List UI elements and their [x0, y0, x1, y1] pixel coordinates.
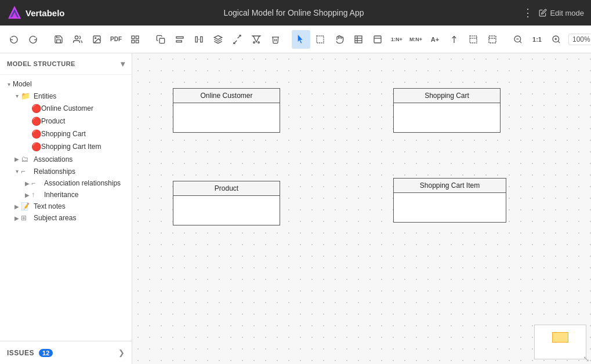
entity-product-label: Product	[215, 184, 238, 192]
svg-rect-10	[159, 38, 165, 43]
table-tool[interactable]	[349, 30, 368, 49]
tree-assoc-rel[interactable]: ▶ ⌐ Association relationships	[19, 177, 132, 189]
assoc-rel-icon: ⌐	[31, 179, 42, 187]
history-tools	[5, 30, 42, 49]
zoom-area: 100% ▾	[568, 34, 591, 45]
sidebar-item-online-customer[interactable]: 🔴 Online Customer	[19, 102, 132, 115]
select-all-tool[interactable]	[464, 30, 483, 49]
zoom-fit-button[interactable]: 1:1	[528, 30, 546, 49]
resize-handle[interactable]: ⤡	[583, 355, 590, 363]
svg-rect-9	[136, 40, 139, 43]
cut-button[interactable]	[247, 30, 266, 49]
corner-button[interactable]	[228, 30, 246, 49]
redo-button[interactable]	[24, 30, 42, 49]
select-rect-tool[interactable]	[311, 30, 329, 49]
tree-relationships[interactable]: ▾ ⌐ Relationships	[8, 165, 132, 177]
issues-expand-icon[interactable]: ❯	[118, 348, 125, 357]
svg-rect-19	[317, 36, 324, 43]
delete-button[interactable]	[266, 30, 285, 49]
hand-tool[interactable]	[330, 30, 349, 49]
1n-tool[interactable]: 1:N+	[387, 30, 406, 49]
svg-point-18	[258, 42, 260, 43]
mn-tool[interactable]: M:N+	[407, 30, 425, 49]
issues-bar[interactable]: ISSUES 12 ❯	[0, 341, 132, 364]
svg-point-17	[253, 42, 255, 43]
entity-online-customer-body	[173, 103, 280, 132]
save-button[interactable]	[49, 30, 68, 49]
layers-button[interactable]	[209, 30, 227, 49]
edit-mode-button[interactable]: Edit mode	[539, 9, 584, 17]
pdf-button[interactable]: PDF	[107, 30, 125, 49]
shape-tools	[151, 30, 285, 49]
issues-left: ISSUES 12	[7, 349, 53, 357]
users-button[interactable]	[68, 30, 87, 49]
svg-rect-7	[136, 36, 139, 39]
svg-point-3	[75, 36, 78, 39]
a-tool[interactable]: A+	[426, 30, 444, 49]
inh-icon: ↑	[31, 191, 42, 199]
inh-tool[interactable]	[445, 30, 463, 49]
svg-rect-24	[374, 36, 381, 43]
sidebar-item-product[interactable]: 🔴 Product	[19, 115, 132, 128]
zoom-out-button[interactable]	[509, 30, 527, 49]
entity-shopping-cart-item-body	[394, 193, 506, 222]
undo-button[interactable]	[5, 30, 23, 49]
tree-subject-areas[interactable]: ▶ ⊞ Subject areas	[8, 212, 132, 224]
tree-entities[interactable]: ▾ 📁 Entities	[8, 90, 132, 102]
zoom-value[interactable]: 100%	[568, 34, 591, 45]
entity-icon-sci: 🔴	[31, 142, 41, 151]
sidebar-item-shopping-cart-item[interactable]: 🔴 Shopping Cart Item	[19, 140, 132, 153]
view-button[interactable]	[126, 30, 144, 49]
entity-product-header: Product	[173, 181, 280, 196]
align-button[interactable]	[171, 30, 189, 49]
logo-icon	[7, 5, 22, 20]
tree-model-root[interactable]: ▾ Model	[0, 78, 132, 90]
distribute-button[interactable]	[190, 30, 208, 49]
entities-arrow: ▾	[13, 93, 21, 99]
oc-label: Online Customer	[41, 104, 93, 112]
file-tools: PDF	[49, 30, 144, 49]
svg-point-5	[95, 37, 96, 38]
page-title: Logical Model for Online Shopping App	[223, 8, 364, 17]
entity-product[interactable]: Product	[173, 181, 280, 225]
rel-children: ▶ ⌐ Association relationships ▶ ↑ Inheri…	[19, 177, 132, 201]
image-button[interactable]	[88, 30, 106, 49]
top-bar: Vertabelo Logical Model for Online Shopp…	[0, 0, 591, 26]
assoc-rel-arrow: ▶	[23, 180, 31, 187]
inh-arrow: ▶	[23, 192, 31, 198]
toolbar: PDF	[0, 26, 591, 53]
sa-label: Subject areas	[34, 214, 76, 222]
entity-icon-pr: 🔴	[31, 117, 41, 126]
model-label: Model	[13, 80, 32, 88]
sidebar-collapse-icon[interactable]: ▾	[121, 59, 125, 68]
svg-rect-8	[132, 40, 135, 43]
select-tool[interactable]	[292, 30, 310, 49]
entity-online-customer-label: Online Customer	[200, 92, 252, 100]
tree-associations[interactable]: ▶ 🗂 Associations	[8, 153, 132, 165]
rel-arrow: ▾	[13, 168, 21, 174]
entity-shopping-cart[interactable]: Shopping Cart	[393, 88, 501, 133]
svg-rect-12	[176, 41, 182, 42]
more-options-icon[interactable]: ⋮	[523, 6, 533, 19]
view-tool[interactable]	[368, 30, 387, 49]
tn-icon: 📝	[21, 202, 31, 210]
assoc-label: Associations	[34, 155, 72, 163]
entity-shopping-cart-item[interactable]: Shopping Cart Item	[393, 178, 506, 223]
canvas-area[interactable]: Online Customer Shopping Cart Product Sh…	[132, 53, 591, 364]
tree-text-notes[interactable]: ▶ 📝 Text notes	[8, 201, 132, 212]
sidebar-item-shopping-cart[interactable]: 🔴 Shopping Cart	[19, 128, 132, 140]
minimap	[534, 325, 586, 359]
svg-rect-14	[201, 37, 202, 42]
top-bar-right: ⋮ Edit mode	[523, 6, 584, 19]
entity-online-customer[interactable]: Online Customer	[173, 88, 280, 133]
entity-icon-sc: 🔴	[31, 129, 41, 139]
tree-inheritance[interactable]: ▶ ↑ Inheritance	[19, 189, 132, 201]
entity-shopping-cart-item-header: Shopping Cart Item	[394, 179, 506, 193]
duplicate-button[interactable]	[151, 30, 170, 49]
zoom-in-button[interactable]	[547, 30, 565, 49]
sc-label: Shopping Cart	[41, 130, 86, 138]
top-bar-left: Vertabelo	[7, 5, 65, 20]
sidebar: MODEL STRUCTURE ▾ ▾ Model ▾ 📁 Entities	[0, 53, 132, 364]
region-tool[interactable]	[483, 30, 502, 49]
tn-arrow: ▶	[13, 203, 21, 210]
